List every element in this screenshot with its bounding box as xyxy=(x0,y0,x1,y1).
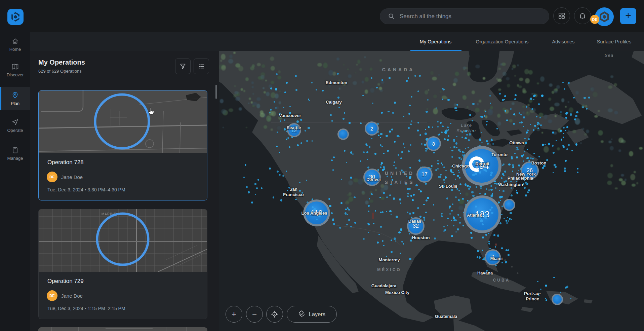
search-bar[interactable] xyxy=(380,8,549,24)
operation-card[interactable]: MARINE AVE Operation 729 DE Jane Doe Tue… xyxy=(38,209,207,319)
map-label-city: Toronto xyxy=(491,152,508,157)
layers-icon xyxy=(298,310,306,318)
operation-card-partial[interactable] xyxy=(38,327,207,331)
sidebar-item-label: Home xyxy=(9,47,21,52)
map-label-city: Washington xyxy=(498,182,523,187)
sidebar-item-manage[interactable]: Manage xyxy=(0,144,30,163)
operation-card[interactable]: Operation 728 DE Jane Doe Tue, Dec 3, 20… xyxy=(38,90,207,200)
operation-map-thumbnail: MARINE AVE xyxy=(39,209,207,272)
map-label-city: Ottawa xyxy=(509,140,524,146)
map-label-city: San Francisco xyxy=(283,187,304,197)
map-canvas[interactable]: 1228301719426183321107 CANADAUNITED STAT… xyxy=(219,51,644,331)
sidebar-item-label: Manage xyxy=(7,156,23,161)
tab-advisories[interactable]: Advisories xyxy=(552,32,575,51)
map-icon xyxy=(11,63,19,71)
map-label-city: Calgary xyxy=(326,100,342,105)
search-input[interactable] xyxy=(400,13,534,20)
map-label-city: Dallas xyxy=(408,219,421,224)
owner-name: Jane Doe xyxy=(61,174,83,180)
owner-name: Jane Doe xyxy=(61,293,83,299)
owner-avatar: DE xyxy=(47,290,57,301)
map-label-city: Atlanta xyxy=(467,213,482,218)
layers-button[interactable]: Layers xyxy=(287,306,337,323)
app-logo[interactable] xyxy=(7,9,24,25)
sidebar-item-label: Discover xyxy=(7,72,24,77)
notifications-button[interactable] xyxy=(574,7,591,24)
operation-datetime: Tue, Dec 3, 2024 • 1:15 PM–2:15 PM xyxy=(47,306,125,311)
locate-button[interactable] xyxy=(266,306,283,323)
list-view-button[interactable] xyxy=(194,59,209,74)
map-thumbnail-graphic xyxy=(39,90,207,153)
owner-avatar: DE xyxy=(47,172,57,182)
map-label-city: St. Louis xyxy=(439,184,457,189)
map-label-region: UNITED STATES xyxy=(385,169,414,187)
sidebar-item-label: Plan xyxy=(11,101,19,106)
zoom-in-button[interactable]: + xyxy=(226,306,242,323)
map-label-city: Miami xyxy=(490,256,503,261)
clipboard-icon xyxy=(11,146,19,154)
map-label-region: CANADA xyxy=(382,65,415,74)
map-label-city: Seattle xyxy=(287,125,301,131)
sidebar-item-plan[interactable]: Plan xyxy=(0,87,30,110)
map-label-city: Guadalajara xyxy=(371,283,396,289)
bell-icon xyxy=(578,12,587,20)
sidebar-item-home[interactable]: Home xyxy=(0,35,30,54)
sidebar: Home Discover Plan Operate xyxy=(0,0,30,331)
map-label-city: Monterrey xyxy=(379,257,400,263)
operation-datetime: Tue, Dec 3, 2024 • 3:30 PM–4:30 PM xyxy=(47,187,125,192)
apps-grid-button[interactable] xyxy=(553,7,570,24)
map-label-city: Boston xyxy=(531,160,547,166)
sidebar-item-discover[interactable]: Discover xyxy=(0,61,30,79)
map-label-region: CUBA xyxy=(493,278,510,283)
map-label-region: MÉXICO xyxy=(377,267,401,272)
sidebar-item-operate[interactable]: Operate xyxy=(0,116,30,135)
sidebar-item-label: Operate xyxy=(7,128,23,133)
filter-funnel-icon xyxy=(180,63,186,69)
location-pin-icon xyxy=(11,91,19,99)
app-window: Home Discover Plan Operate xyxy=(0,0,644,331)
map-labels-layer: CANADAUNITED STATESMÉXICOCUBASeaLake Sup… xyxy=(219,51,644,331)
search-icon xyxy=(388,13,395,20)
add-new-button[interactable]: + xyxy=(620,8,636,24)
panel-title: My Operations xyxy=(38,59,85,66)
map-label-water: Sea xyxy=(605,53,614,58)
map-label-city: Denver xyxy=(366,177,381,182)
map-label-city: Havana xyxy=(477,270,493,276)
list-icon xyxy=(198,63,205,70)
panel-divider xyxy=(30,83,219,83)
map-label-city: New York xyxy=(516,172,536,177)
map-label-city: Edmonton xyxy=(326,80,347,85)
home-icon xyxy=(11,37,19,45)
operation-name: Operation 729 xyxy=(47,278,84,285)
map-label-city: Guatemala xyxy=(435,314,457,319)
operations-panel: My Operations 629 of 629 Operations xyxy=(30,51,219,331)
operations-count: 629 of 629 Operations xyxy=(38,69,82,74)
tab-organization-operations[interactable]: Organization Operations xyxy=(476,32,528,51)
filter-button[interactable] xyxy=(175,59,191,74)
panel-scrollbar[interactable] xyxy=(215,85,217,99)
operation-map-thumbnail xyxy=(39,90,207,153)
map-label-city: Vancouver xyxy=(279,113,301,118)
layers-button-label: Layers xyxy=(309,311,326,318)
tab-bar: My Operations Organization Operations Ad… xyxy=(30,32,644,51)
user-avatar[interactable]: DE xyxy=(595,7,614,26)
map-label-city: Los Angeles xyxy=(301,211,327,216)
topbar: DE + xyxy=(30,0,644,32)
hexagon-logo-icon xyxy=(10,12,21,22)
apps-grid-icon xyxy=(558,12,565,20)
active-tab-underline xyxy=(410,50,461,51)
avatar-initials-badge: DE xyxy=(590,15,599,24)
locate-crosshair-icon xyxy=(271,310,278,318)
map-thumbnail-graphic: MARINE AVE xyxy=(39,209,207,272)
map-label-city: Port-au- Prince xyxy=(524,291,541,302)
zoom-out-button[interactable]: − xyxy=(246,306,263,323)
tab-my-operations[interactable]: My Operations xyxy=(420,32,451,51)
map-label-city: Houston xyxy=(412,235,430,241)
map-label-water: Lake Superior xyxy=(456,123,476,134)
navigation-arrow-icon xyxy=(11,118,19,126)
operation-name: Operation 728 xyxy=(47,159,84,166)
avatar-hexagon-icon xyxy=(599,11,610,23)
tab-surface-profiles[interactable]: Surface Profiles xyxy=(597,32,631,51)
map-label-city: Chicago xyxy=(452,163,469,169)
map-label-city: Philadelphia xyxy=(508,176,533,181)
